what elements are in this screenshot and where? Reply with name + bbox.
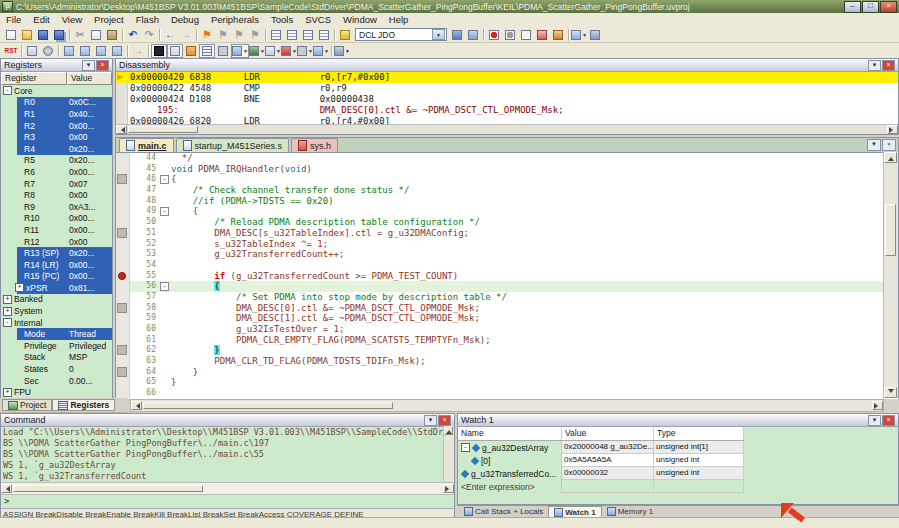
menu-tools[interactable]: Tools	[265, 13, 299, 27]
disassembly-window-toggle[interactable]	[167, 44, 183, 58]
fold-icon[interactable]: -	[160, 207, 169, 216]
register-row[interactable]: R100x00...	[1, 213, 112, 225]
register-row[interactable]: -Core	[1, 85, 112, 97]
close-button[interactable]: ×	[880, 1, 897, 13]
unindent-button[interactable]	[268, 28, 284, 42]
code-line[interactable]: 63 PDMA_CLR_TD_FLAG(PDMA_TDSTS_TDIFn_Msk…	[116, 356, 898, 367]
step-out-button[interactable]	[93, 44, 109, 58]
navigate-forward-button[interactable]: →	[178, 28, 194, 42]
run-button[interactable]: →	[130, 44, 146, 58]
tree-expander-icon[interactable]: +	[3, 295, 12, 304]
pin-icon[interactable]: ▾	[82, 60, 95, 71]
breakpoint-icon[interactable]	[118, 272, 126, 280]
tab-project[interactable]: Project	[2, 399, 52, 411]
register-row[interactable]: R110x00...	[1, 224, 112, 236]
watch-row[interactable]: [0]0x5A5A5A5Aunsigned int	[458, 454, 898, 467]
register-row[interactable]: R70x07	[1, 178, 112, 190]
disable-all-breakpoints-button[interactable]	[518, 28, 534, 42]
register-row[interactable]: -Internal	[1, 317, 112, 329]
menu-edit[interactable]: Edit	[27, 13, 55, 27]
watch-windows-dropdown[interactable]: ▼	[231, 44, 249, 58]
editor-margin[interactable]	[116, 345, 130, 356]
editor-tab-main-c[interactable]: main.c	[119, 138, 174, 152]
scrollbar-thumb[interactable]	[143, 402, 393, 409]
combobox-dropdown-icon[interactable]: ▼	[432, 29, 445, 40]
register-row[interactable]: R20x00...	[1, 120, 112, 132]
editor-margin[interactable]	[116, 292, 130, 303]
new-file-button[interactable]	[3, 28, 19, 42]
register-row[interactable]: R13 (SP)0x20...	[1, 247, 112, 259]
code-line[interactable]: 51 DMA_DESC[s_u32TableIndex].ctl = g_u32…	[116, 228, 898, 239]
editor-tab-sys-h[interactable]: sys.h	[291, 138, 338, 152]
command-input-line[interactable]: >	[1, 495, 454, 509]
editor-margin[interactable]	[116, 260, 130, 271]
open-file-button[interactable]	[19, 28, 35, 42]
tab-memory-1[interactable]: Memory 1	[602, 506, 659, 517]
tree-expander-icon[interactable]: +	[3, 307, 12, 316]
tab-registers[interactable]: Registers	[52, 399, 115, 411]
scroll-right-icon[interactable]	[887, 125, 898, 134]
code-line[interactable]: 55 if (g_u32TransferredCount >= PDMA_TES…	[116, 271, 898, 282]
register-row[interactable]: PrivilegePrivileged	[1, 340, 112, 352]
menu-debug[interactable]: Debug	[165, 13, 205, 27]
registers-window-toggle[interactable]	[199, 44, 215, 58]
code-line[interactable]: 49- {	[116, 206, 898, 217]
tab-call-stack-locals[interactable]: Call Stack + Locals	[459, 506, 548, 517]
kill-breakpoint-button[interactable]	[534, 28, 550, 42]
register-row[interactable]: R40x20...	[1, 143, 112, 155]
editor-margin[interactable]	[116, 335, 130, 346]
code-line[interactable]: 45void PDMA_IRQHandler(void)	[116, 164, 898, 175]
symbol-window-button[interactable]	[24, 44, 40, 58]
disassembly-line[interactable]: 0x00000420 6838 LDR r0,[r7,#0x00]	[116, 72, 898, 83]
navigate-back-button[interactable]: ←	[162, 28, 178, 42]
disassembly-line[interactable]: 0x00000424 D108 BNE 0x00000438	[116, 94, 898, 105]
editor-margin[interactable]	[116, 164, 130, 175]
tree-expander-icon[interactable]: -	[3, 86, 12, 95]
serial-windows-dropdown[interactable]: ▼	[265, 44, 281, 58]
value-column-header[interactable]: Value	[562, 427, 654, 440]
close-icon[interactable]: ×	[882, 415, 895, 426]
tree-expander-icon[interactable]: -	[461, 443, 470, 452]
disassembly-hscrollbar[interactable]	[116, 124, 898, 134]
clear-bookmarks-button[interactable]: ⚑	[247, 28, 263, 42]
watch-row[interactable]: <Enter expression>	[458, 480, 898, 493]
code-line[interactable]: 66	[116, 388, 898, 399]
editor-margin[interactable]	[116, 174, 130, 185]
code-line[interactable]: 50 /* Reload PDMA description table conf…	[116, 217, 898, 228]
toolbox-dropdown[interactable]: ▼	[334, 44, 350, 58]
editor-margin[interactable]	[116, 228, 130, 239]
step-over-button[interactable]	[77, 44, 93, 58]
editor-margin[interactable]	[116, 377, 130, 388]
close-icon[interactable]: ×	[438, 415, 451, 426]
register-column-header[interactable]: Register	[1, 72, 67, 85]
editor-close-file-button[interactable]: ×	[882, 139, 896, 151]
paste-button[interactable]	[104, 28, 120, 42]
code-line[interactable]: 56- {	[116, 281, 898, 292]
menu-flash[interactable]: Flash	[130, 13, 165, 27]
code-line[interactable]: 61 PDMA_CLR_EMPTY_FLAG(PDMA_SCATSTS_TEMP…	[116, 335, 898, 346]
editor-margin[interactable]	[116, 196, 130, 207]
find-in-files-button[interactable]	[337, 28, 353, 42]
code-line[interactable]: 60 g_u32IsTestOver = 1;	[116, 324, 898, 335]
editor-margin[interactable]	[116, 356, 130, 367]
register-row[interactable]: R30x00	[1, 131, 112, 143]
register-row[interactable]: ModeThread	[1, 328, 112, 340]
register-row[interactable]: +Banked	[1, 294, 112, 306]
code-line[interactable]: 57 /* Set PDMA into stop mode by descrip…	[116, 292, 898, 303]
prev-bookmark-button[interactable]: ⚑	[215, 28, 231, 42]
analysis-windows-dropdown[interactable]: ▼	[281, 44, 297, 58]
search-combobox[interactable]: DCL JDO ▼	[355, 28, 447, 41]
editor-windows-menu-button[interactable]: ▼	[867, 139, 881, 151]
menu-view[interactable]: View	[56, 13, 88, 27]
fold-icon[interactable]: -	[160, 175, 169, 184]
tab-watch-1[interactable]: Watch 1	[548, 506, 601, 518]
scroll-left-icon[interactable]	[1, 484, 12, 493]
code-line[interactable]: 46-{	[116, 174, 898, 185]
editor-vscrollbar[interactable]	[883, 152, 898, 398]
editor-margin[interactable]	[116, 313, 130, 324]
cut-button[interactable]: ✂	[72, 28, 88, 42]
redo-button[interactable]: ↷	[141, 28, 157, 42]
editor-hscrollbar[interactable]	[130, 399, 884, 412]
incremental-find-button[interactable]	[465, 28, 481, 42]
scroll-down-icon[interactable]	[884, 387, 897, 398]
